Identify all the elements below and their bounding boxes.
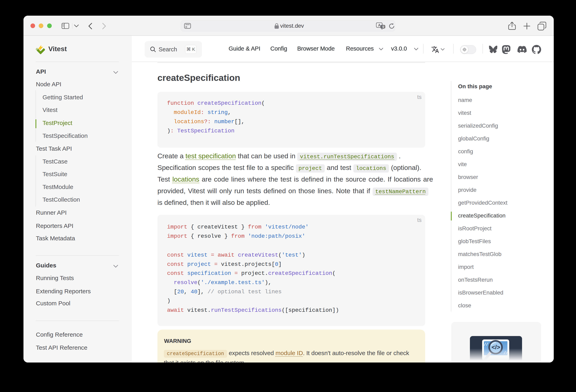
svg-text:文: 文 — [382, 25, 385, 29]
svg-text:A: A — [378, 23, 381, 27]
